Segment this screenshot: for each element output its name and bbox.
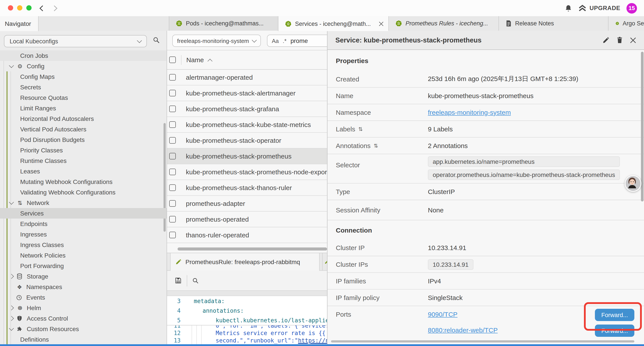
sidebar-item-storage[interactable]: Storage	[0, 271, 166, 282]
sort-icon[interactable]: ⇅	[374, 143, 378, 149]
editor-search-icon[interactable]	[192, 277, 199, 284]
tab-argo[interactable]: Argo Se	[608, 16, 644, 31]
editor-tab-prometheusrule[interactable]: PrometheusRule: freeleaps-prod-rabbitmq	[170, 253, 320, 271]
row-checkbox[interactable]	[169, 137, 176, 144]
sidebar-item-services[interactable]: Services	[0, 208, 166, 219]
tab-release-notes[interactable]: Release Notes	[498, 16, 608, 31]
column-header-name[interactable]: Name	[186, 56, 204, 63]
delete-icon[interactable]	[616, 36, 623, 44]
sidebar-item-vertical-pod-autoscalers[interactable]: Vertical Pod Autoscalers	[0, 124, 166, 134]
sort-ascending-icon[interactable]	[208, 58, 212, 63]
editor-splitter[interactable]	[167, 291, 327, 296]
select-all-checkbox[interactable]	[169, 56, 176, 63]
table-row[interactable]: prometheus-operated	[167, 212, 327, 227]
tab-prometheus-rules[interactable]: Prometheus Rules - icecheng...	[388, 16, 498, 31]
sidebar-item-endpoints[interactable]: Endpoints	[0, 219, 166, 229]
sidebar-item-network-policies[interactable]: Network Policies	[0, 250, 166, 261]
horizontal-scrollbar[interactable]	[178, 248, 327, 251]
sidebar-item-definitions[interactable]: Definitions	[0, 334, 166, 344]
avatar[interactable]	[625, 175, 641, 192]
tab-services[interactable]: Services - icecheng@math...	[278, 16, 388, 31]
chevron-down-icon[interactable]	[9, 200, 14, 205]
maximize-window-button[interactable]	[26, 5, 32, 10]
chevron-right-icon[interactable]	[9, 306, 14, 311]
list-search-input[interactable]: Aa .* prome	[267, 34, 327, 47]
sidebar-item-secrets[interactable]: Secrets	[0, 82, 166, 92]
port-link[interactable]: 9090/TCP	[428, 310, 458, 318]
bell-icon[interactable]	[564, 4, 572, 12]
table-row[interactable]: kube-prometheus-stack-alertmanager	[167, 85, 327, 101]
forward-button[interactable]: Forward...	[595, 325, 634, 337]
sidebar-item-runtime-classes[interactable]: Runtime Classes	[0, 155, 166, 166]
table-row[interactable]: kube-prometheus-stack-operator	[167, 133, 327, 148]
sidebar-item-pod-disruption-budgets[interactable]: Pod Disruption Budgets	[0, 134, 166, 145]
sidebar-item-leases[interactable]: Leases	[0, 166, 166, 177]
sidebar-item-resource-quotas[interactable]: Resource Quotas	[0, 92, 166, 103]
row-checkbox[interactable]	[169, 200, 176, 207]
forward-button[interactable]: Forward...	[595, 309, 634, 321]
table-row[interactable]: alertmanager-operated	[167, 70, 327, 85]
table-row[interactable]: kube-prometheus-stack-kube-state-metrics	[167, 117, 327, 133]
row-checkbox[interactable]	[169, 106, 176, 112]
navigator-panel-tab[interactable]: Navigator	[0, 16, 38, 31]
sidebar-item-limit-ranges[interactable]: Limit Ranges	[0, 103, 166, 113]
row-checkbox[interactable]	[169, 74, 176, 81]
port-link[interactable]: 8080:reloader-web/TCP	[428, 326, 498, 334]
sidebar-item-custom-resources[interactable]: Custom Resources	[0, 324, 166, 334]
sidebar-item-access-control[interactable]: Access Control	[0, 313, 166, 324]
sidebar-item-events[interactable]: Events	[0, 292, 166, 303]
sidebar-item-horizontal-pod-autoscalers[interactable]: Horizontal Pod Autoscalers	[0, 113, 166, 124]
edit-icon[interactable]	[602, 36, 609, 43]
sidebar-item-config-maps[interactable]: Config Maps	[0, 71, 166, 82]
table-row-selected[interactable]: kube-prometheus-stack-prometheus	[167, 148, 327, 164]
kubeconfig-selector[interactable]: Local Kubeconfigs	[4, 35, 147, 47]
table-row[interactable]: prometheus-adapter	[167, 196, 327, 212]
tab-pods[interactable]: Pods - icecheng@mathmas...	[169, 16, 278, 31]
sidebar-search-icon[interactable]	[152, 36, 160, 44]
upgrade-button[interactable]: UPGRADE	[578, 4, 620, 11]
sidebar-item-validating-webhook-configurations[interactable]: Validating Webhook Configurations	[0, 187, 166, 198]
editor-tab-partial[interactable]	[322, 253, 327, 271]
row-checkbox[interactable]	[169, 169, 176, 175]
chevron-right-icon[interactable]	[9, 274, 14, 279]
row-checkbox[interactable]	[169, 184, 176, 191]
details-bottom-scrollbar[interactable]	[331, 340, 634, 343]
close-tab-icon[interactable]	[379, 21, 384, 26]
minimize-window-button[interactable]	[17, 5, 22, 10]
regex-toggle[interactable]: .*	[283, 37, 286, 44]
sidebar-item-helm[interactable]: ☸ Helm	[0, 303, 166, 313]
row-checkbox[interactable]	[169, 90, 176, 96]
sidebar-item-priority-classes[interactable]: Priority Classes	[0, 145, 166, 155]
row-checkbox[interactable]	[169, 153, 176, 159]
close-window-button[interactable]	[8, 5, 13, 10]
details-scrollbar[interactable]	[641, 52, 644, 201]
table-row[interactable]: thanos-ruler-operated	[167, 227, 327, 243]
sidebar-item-cron-jobs[interactable]: Cron Jobs	[0, 50, 166, 61]
sort-icon[interactable]: ⇅	[358, 126, 362, 132]
code-link[interactable]: https://net	[298, 337, 327, 344]
chevron-down-icon[interactable]	[9, 326, 14, 331]
row-checkbox[interactable]	[169, 121, 176, 128]
row-checkbox[interactable]	[169, 216, 176, 223]
table-row[interactable]: kube-prometheus-stack-grafana	[167, 101, 327, 117]
close-icon[interactable]	[630, 37, 636, 43]
chevron-down-icon[interactable]	[9, 63, 14, 68]
table-row[interactable]: kube-prometheus-stack-prometheus-node-ex…	[167, 164, 327, 180]
namespace-filter-dropdown[interactable]: freeleaps-monitoring-system	[172, 34, 261, 47]
sidebar-item-ingress-classes[interactable]: Ingress Classes	[0, 240, 166, 250]
yaml-editor[interactable]: 3metadata: 4annotations: 5kubectl.kubern…	[167, 296, 327, 344]
sidebar-item-namespaces[interactable]: ❖ Namespaces	[0, 282, 166, 292]
table-row[interactable]: kube-prometheus-stack-thanos-ruler	[167, 180, 327, 196]
forward-icon[interactable]	[51, 4, 59, 12]
match-case-toggle[interactable]: Aa	[272, 37, 279, 44]
save-icon[interactable]	[174, 277, 182, 284]
chevron-right-icon[interactable]	[9, 316, 14, 321]
notification-badge[interactable]: 15	[626, 3, 637, 13]
row-checkbox[interactable]	[169, 232, 176, 238]
sidebar-item-ingresses[interactable]: Ingresses	[0, 229, 166, 240]
sidebar-item-port-forwarding[interactable]: Port Forwarding	[0, 261, 166, 271]
back-icon[interactable]	[38, 4, 46, 12]
sidebar-item-mutating-webhook-configurations[interactable]: Mutating Webhook Configurations	[0, 177, 166, 187]
sidebar-item-config[interactable]: ⚙ Config	[0, 61, 166, 71]
sidebar-item-network[interactable]: ⇅ Network	[0, 198, 166, 208]
